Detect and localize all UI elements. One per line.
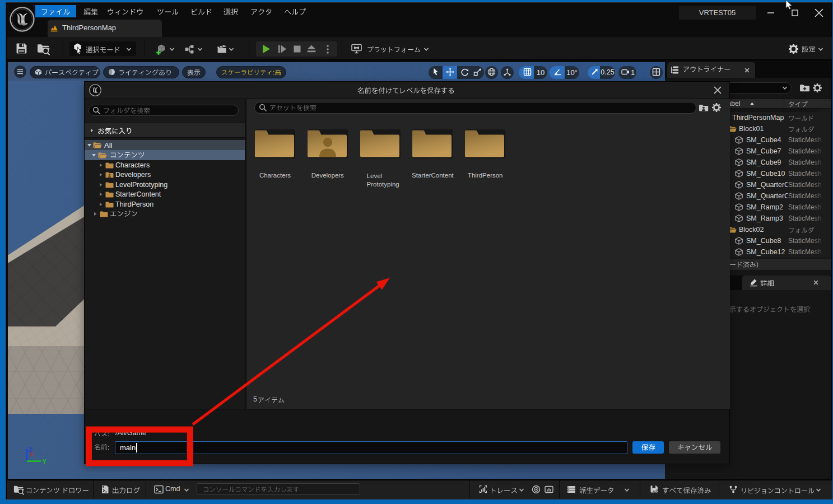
svg-text:X: X — [30, 451, 34, 458]
svg-text:Y: Y — [43, 458, 47, 465]
